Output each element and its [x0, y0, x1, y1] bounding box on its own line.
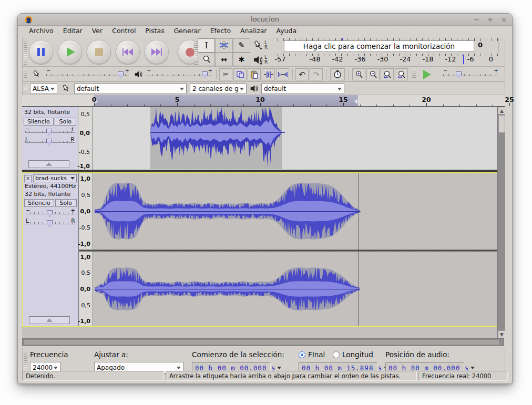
monitoring-tooltip[interactable]: Haga clic para comenzar la monitorizació… — [284, 40, 474, 52]
selbar-grip[interactable] — [24, 350, 27, 373]
undo-button[interactable]: ↶ — [295, 68, 309, 80]
track1-gain-thumb[interactable] — [46, 129, 52, 136]
track1-solo-button[interactable]: Solo — [55, 118, 76, 126]
ruler-tick — [177, 103, 178, 106]
mixer-speaker-icon — [134, 70, 143, 79]
fit-project-button[interactable] — [395, 68, 408, 80]
menu-editar[interactable]: Editar — [58, 26, 87, 36]
vertical-scroll-thumb[interactable] — [498, 115, 505, 133]
mixer-grip[interactable] — [24, 69, 27, 79]
radio-end[interactable]: FInal — [299, 350, 325, 359]
copy-button[interactable] — [233, 68, 247, 80]
track2-close-button[interactable]: × — [24, 175, 32, 182]
horizontal-scroll-thumb[interactable] — [23, 339, 499, 345]
output-volume-slider[interactable]: − + — [147, 71, 212, 78]
toolbar-separator — [216, 69, 217, 79]
menu-pistas[interactable]: Pistas — [140, 26, 169, 36]
ruler-tick — [443, 105, 444, 106]
playback-speed-thumb[interactable] — [456, 71, 462, 78]
fit-selection-button[interactable] — [381, 68, 394, 80]
input-device-select[interactable]: default — [74, 84, 187, 94]
meter-scale--42: -42 — [332, 55, 343, 63]
input-channels-select[interactable]: 2 canales de g — [190, 84, 247, 94]
audio-host-select[interactable]: ALSA — [30, 84, 57, 94]
track2-left-waveform-area[interactable] — [93, 173, 497, 250]
track1-waveform-area[interactable] — [93, 107, 497, 170]
radio-end-dot[interactable] — [299, 351, 305, 358]
playspeed-grip[interactable] — [412, 69, 416, 79]
sync-clock-button[interactable] — [330, 68, 345, 80]
meter-scale--18: -18 — [422, 55, 433, 63]
title-bar[interactable]: locucion − + × — [18, 14, 512, 26]
ruler-tick — [227, 105, 228, 106]
chevron-down-icon — [50, 88, 55, 90]
menu-generar[interactable]: Generar — [169, 26, 206, 36]
menu-ayuda[interactable]: Ayuda — [272, 26, 302, 36]
maximize-button[interactable]: + — [487, 15, 494, 25]
scroll-up-arrow[interactable]: ▲ — [498, 107, 505, 115]
track-1: 32 bits, flotante Silencio Solo − + L R — [22, 107, 505, 170]
playback-speed-slider[interactable]: − + — [443, 71, 498, 78]
menu-analizar[interactable]: Analizar — [236, 26, 271, 36]
menu-control[interactable]: Control — [107, 26, 140, 36]
silence-audio-button[interactable] — [276, 68, 289, 80]
timeline-selection[interactable] — [94, 95, 358, 106]
recording-meter[interactable]: LR — [253, 38, 268, 52]
horizontal-scrollbar[interactable] — [22, 338, 504, 346]
paste-button[interactable] — [248, 68, 261, 80]
menu-archivo[interactable]: Archivo — [24, 26, 58, 36]
track1-pan-thumb[interactable] — [46, 139, 52, 146]
track2-solo-button[interactable]: Solo — [55, 199, 77, 207]
track1-collapse-button[interactable] — [28, 160, 69, 168]
track2-gain-thumb[interactable] — [47, 210, 53, 217]
zoom-out-button[interactable] — [366, 68, 380, 80]
vertical-scrollbar[interactable]: ▲ ▼ — [497, 107, 505, 338]
trim-icon — [264, 71, 273, 78]
redo-button[interactable]: ↷ — [310, 68, 323, 80]
track2-collapse-button[interactable] — [29, 316, 70, 324]
ruler-tick — [360, 105, 361, 106]
trim-audio-button[interactable] — [262, 68, 275, 80]
close-button[interactable]: × — [500, 15, 507, 25]
track2-left-ruler[interactable]: 1,0 0,5 0,0 -0,5 -1,0 — [79, 173, 93, 250]
window-title: locucion — [18, 15, 512, 23]
track2-right-waveform-area[interactable] — [93, 252, 497, 326]
input-volume-slider[interactable]: − + — [46, 71, 129, 78]
track2-pan-slider[interactable]: L R — [26, 219, 75, 227]
play-at-speed-icon — [423, 70, 431, 79]
device-grip[interactable] — [24, 84, 27, 93]
playback-meter-bluetick — [463, 55, 464, 64]
track2-right-waveform[interactable] — [93, 252, 505, 326]
output-volume-thumb[interactable] — [202, 71, 208, 78]
envelope-tool-button[interactable] — [215, 38, 232, 53]
minimize-button[interactable]: − — [474, 15, 480, 25]
zoom-fit-selection-icon — [383, 70, 392, 79]
radio-length-dot[interactable] — [333, 351, 340, 358]
output-device-select[interactable]: default — [261, 84, 344, 94]
track2-pan-thumb[interactable] — [47, 220, 53, 227]
track1-pan-slider[interactable]: L R — [25, 137, 75, 146]
draw-tool-button[interactable]: ✎ — [233, 38, 250, 53]
ruler-tick — [476, 105, 477, 106]
track2-left-waveform[interactable] — [93, 173, 505, 250]
timeline-ruler[interactable]: 0510152025 — [22, 95, 505, 107]
track1-gain-slider[interactable]: − + — [25, 127, 75, 136]
radio-length[interactable]: Longitud — [333, 350, 373, 359]
menu-efecto[interactable]: Efecto — [206, 26, 236, 36]
play-at-speed-button[interactable] — [418, 68, 436, 80]
track1-vertical-ruler[interactable]: 0,5 0,0 -0,5 -1,0 — [78, 107, 93, 170]
scroll-down-arrow[interactable]: ▼ — [498, 330, 505, 338]
desktop: { "window": {"title": "locucion", "minim… — [0, 0, 532, 405]
menu-ver[interactable]: Ver — [87, 26, 107, 36]
track2-gain-slider[interactable]: − + — [26, 209, 75, 217]
track2-right-ruler[interactable]: 1,0 0,5 0,0 -0,5 -1,0 — [79, 252, 93, 326]
input-volume-thumb[interactable] — [118, 71, 124, 78]
chevron-down-icon — [54, 367, 58, 369]
track2-name-menu[interactable]: brad-sucks — [33, 174, 77, 182]
track1-mute-button[interactable]: Silencio — [24, 118, 54, 126]
track2-mute-button[interactable]: Silencio — [24, 199, 54, 207]
zoom-in-button[interactable] — [352, 68, 365, 80]
selection-tool-button[interactable]: I — [198, 38, 215, 53]
cut-button[interactable]: ✂ — [219, 68, 232, 80]
track1-waveform[interactable] — [93, 107, 505, 170]
